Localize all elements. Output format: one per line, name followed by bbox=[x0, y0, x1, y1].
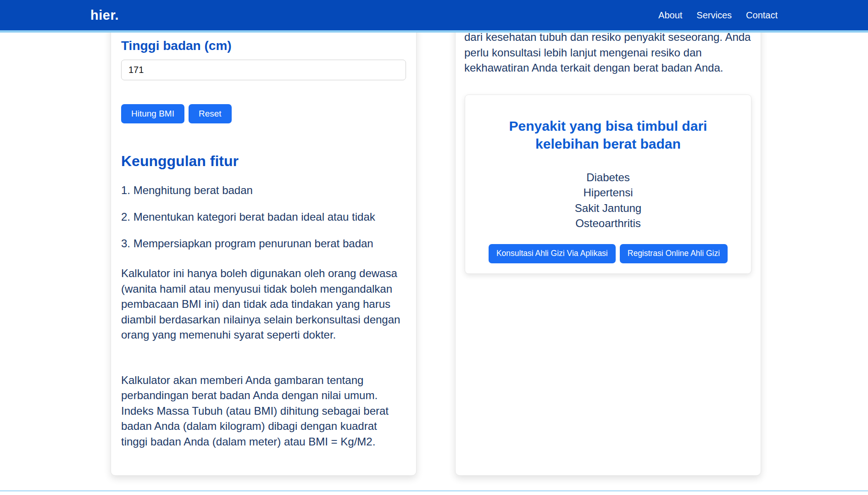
navbar: hier. About Services Contact bbox=[0, 0, 868, 33]
nav-link[interactable]: Contact bbox=[746, 10, 778, 21]
nav-link[interactable]: Services bbox=[696, 10, 732, 21]
features-list: 1. Menghitung berat badan 2. Menentukan … bbox=[121, 184, 406, 250]
disease-item: Hipertensi bbox=[476, 185, 740, 200]
description-paragraph: Kalkulator akan memberi Anda gambaran te… bbox=[121, 373, 406, 450]
disease-item: Osteoarthritis bbox=[476, 216, 740, 231]
height-input[interactable] bbox=[121, 60, 406, 80]
register-nutritionist-button[interactable]: Registrasi Online Ahli Gizi bbox=[620, 244, 728, 263]
page: hier. About Services Contact Tinggi bada… bbox=[0, 0, 868, 495]
calculate-bmi-button[interactable]: Hitung BMI bbox=[121, 104, 184, 123]
navbar-brand[interactable]: hier. bbox=[90, 8, 119, 23]
disease-list: Diabetes Hipertensi Sakit Jantung Osteoa… bbox=[476, 170, 740, 231]
bmi-calculator-card: Tinggi badan (cm) Hitung BMI Reset Keung… bbox=[111, 0, 417, 476]
disclaimer-paragraph: Kalkulator ini hanya boleh digunakan ole… bbox=[121, 266, 406, 343]
reset-button[interactable]: Reset bbox=[189, 104, 232, 123]
consult-nutritionist-button[interactable]: Konsultasi Ahli Gizi Via Aplikasi bbox=[489, 244, 616, 263]
feature-item: 1. Menghitung berat badan bbox=[121, 184, 406, 197]
form-buttons-row: Hitung BMI Reset bbox=[121, 104, 406, 123]
nav-link[interactable]: About bbox=[658, 10, 682, 21]
footer-divider bbox=[0, 490, 868, 495]
navbar-links: About Services Contact bbox=[658, 10, 778, 21]
height-label: Tinggi badan (cm) bbox=[121, 39, 406, 53]
feature-item: 3. Mempersiapkan program penurunan berat… bbox=[121, 237, 406, 250]
disease-card-buttons-row: Konsultasi Ahli Gizi Via Aplikasi Regist… bbox=[476, 244, 740, 263]
disease-card-heading: Penyakit yang bisa timbul dari kelebihan… bbox=[476, 117, 740, 153]
navbar-container: hier. About Services Contact bbox=[90, 0, 778, 30]
disease-item: Sakit Jantung bbox=[476, 200, 740, 216]
disease-item: Diabetes bbox=[476, 170, 740, 185]
info-card: dari kesehatan tubuh dan resiko penyakit… bbox=[455, 0, 761, 476]
features-heading: Keunggulan fitur bbox=[121, 153, 406, 170]
intro-paragraph: dari kesehatan tubuh dan resiko penyakit… bbox=[464, 29, 752, 76]
disease-card: Penyakit yang bisa timbul dari kelebihan… bbox=[465, 95, 751, 274]
feature-item: 2. Menentukan kategori berat badan ideal… bbox=[121, 211, 406, 223]
